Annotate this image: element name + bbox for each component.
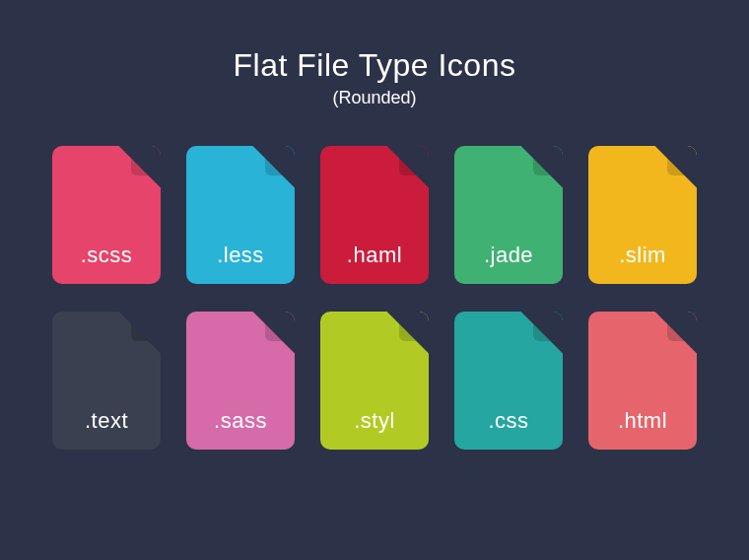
page-subtitle: (Rounded): [0, 88, 749, 108]
file-icon-slim: .slim: [588, 146, 697, 284]
file-fold-icon: [265, 312, 295, 341]
file-extension-label: .haml: [320, 243, 429, 268]
file-extension-label: .css: [454, 408, 563, 434]
file-extension-label: .text: [52, 408, 161, 434]
file-icon-haml: .haml: [320, 146, 429, 284]
file-extension-label: .less: [186, 243, 295, 268]
page-title: Flat File Type Icons: [0, 47, 749, 84]
header: Flat File Type Icons (Rounded): [0, 0, 749, 108]
file-extension-label: .scss: [52, 243, 161, 268]
file-extension-label: .styl: [320, 408, 429, 434]
file-icon-jade: .jade: [454, 146, 563, 284]
icon-grid: .scss.less.haml.jade.slim.text.sass.styl…: [0, 146, 749, 450]
file-extension-label: .html: [588, 408, 697, 434]
file-icon-html: .html: [588, 312, 697, 450]
file-extension-label: .slim: [588, 243, 697, 268]
file-fold-icon: [667, 146, 697, 175]
file-icon-styl: .styl: [320, 312, 429, 450]
file-icon-css: .css: [454, 312, 563, 450]
file-extension-label: .sass: [186, 408, 295, 434]
file-fold-icon: [399, 146, 429, 175]
file-fold-icon: [265, 146, 295, 175]
file-extension-label: .jade: [454, 243, 563, 268]
file-icon-scss: .scss: [52, 146, 161, 284]
file-icon-text: .text: [52, 312, 161, 450]
file-icon-less: .less: [186, 146, 295, 284]
file-fold-icon: [533, 312, 563, 341]
file-fold-icon: [533, 146, 563, 175]
file-fold-icon: [131, 146, 161, 175]
file-fold-icon: [399, 312, 429, 341]
file-fold-icon: [131, 312, 161, 341]
file-icon-sass: .sass: [186, 312, 295, 450]
file-fold-icon: [667, 312, 697, 341]
